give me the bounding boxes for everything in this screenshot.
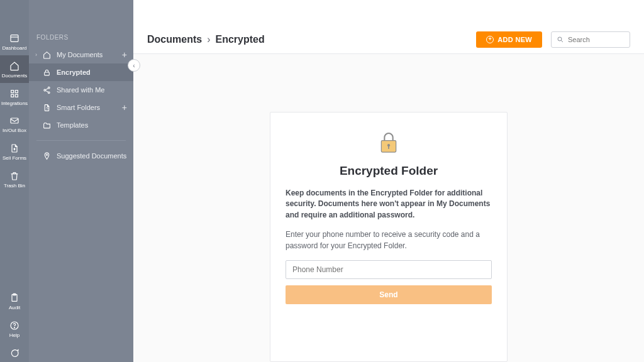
- add-new-button[interactable]: + ADD NEW: [476, 31, 542, 48]
- folder-label: Templates: [57, 121, 127, 129]
- chat-icon: [9, 348, 20, 359]
- nav-label: Sell Forms: [3, 156, 26, 162]
- home-icon: [9, 60, 20, 72]
- nav-sellforms[interactable]: Sell Forms: [0, 138, 29, 165]
- share-icon: [42, 85, 52, 95]
- svg-rect-19: [388, 146, 389, 149]
- chevron-right-icon: ›: [207, 34, 210, 45]
- nav-documents[interactable]: Documents: [0, 55, 29, 83]
- card-title: Encrypted Folder: [286, 164, 492, 178]
- folder-encrypted[interactable]: Encrypted: [29, 63, 133, 81]
- nav-label: Trash Bin: [4, 184, 25, 189]
- nav-dashboard[interactable]: Dashboard: [0, 28, 29, 55]
- svg-text:S: S: [46, 107, 48, 110]
- chevron-left-icon: ‹: [133, 62, 135, 69]
- svg-point-16: [558, 37, 562, 41]
- nav-help[interactable]: Help: [0, 315, 29, 343]
- card-desc-secondary: Enter your phone number to receive a sec…: [286, 229, 492, 251]
- encrypted-folder-card: Encrypted Folder Keep documents in the E…: [270, 112, 508, 362]
- card-desc-primary: Keep documents in the Encrypted Folder f…: [286, 188, 492, 221]
- nav-trash[interactable]: Trash Bin: [0, 165, 29, 193]
- svg-point-15: [46, 154, 47, 155]
- collapse-sidebar-button[interactable]: ‹: [128, 59, 140, 72]
- send-button[interactable]: Send: [286, 285, 492, 304]
- folder-label: Encrypted: [57, 69, 127, 76]
- dashboard-icon: [9, 33, 20, 44]
- template-icon: [42, 120, 52, 130]
- lock-illustration: [286, 130, 492, 155]
- folder-suggested[interactable]: Suggested Documents: [29, 147, 133, 165]
- trash-icon: [9, 170, 20, 182]
- search-field-wrap[interactable]: [551, 31, 630, 48]
- svg-rect-4: [15, 94, 18, 97]
- clipboard-icon: [9, 292, 20, 304]
- main-area: Documents › Encrypted + ADD NEW: [133, 0, 644, 362]
- content-area: Encrypted Folder Keep documents in the E…: [133, 54, 644, 362]
- chevron-right-icon: ›: [35, 52, 42, 58]
- help-icon: [9, 320, 20, 331]
- search-input[interactable]: [568, 36, 625, 43]
- svg-point-9: [14, 327, 14, 328]
- folder-templates[interactable]: Templates: [29, 116, 133, 134]
- svg-point-11: [48, 87, 50, 89]
- add-new-label: ADD NEW: [497, 36, 532, 43]
- search-icon: [557, 36, 564, 43]
- topbar: Documents › Encrypted + ADD NEW: [133, 0, 644, 54]
- nav-label: Integrations: [1, 101, 28, 107]
- add-folder-icon[interactable]: +: [122, 102, 127, 112]
- nav-label: Audit: [9, 305, 20, 311]
- add-folder-icon[interactable]: +: [122, 50, 127, 60]
- folder-my-documents[interactable]: › My Documents +: [29, 46, 133, 63]
- svg-point-12: [43, 89, 45, 91]
- folder-smart[interactable]: S Smart Folders +: [29, 99, 133, 116]
- folder-label: Shared with Me: [57, 86, 127, 94]
- svg-rect-2: [15, 90, 18, 92]
- pin-icon: [42, 151, 52, 161]
- nav-label: Documents: [2, 74, 27, 79]
- plus-circle-icon: +: [486, 36, 494, 43]
- svg-rect-3: [11, 94, 14, 97]
- nav-audit[interactable]: Audit: [0, 287, 29, 315]
- nav-feedback[interactable]: [0, 343, 29, 362]
- svg-point-13: [48, 91, 50, 93]
- breadcrumb-root[interactable]: Documents: [147, 34, 202, 45]
- folders-sidebar: FOLDERS › My Documents + Encrypted Share…: [29, 0, 133, 362]
- nav-inoutbox[interactable]: In/Out Box: [0, 110, 29, 138]
- breadcrumb: Documents › Encrypted: [147, 34, 265, 45]
- phone-number-input[interactable]: [286, 260, 492, 279]
- svg-rect-5: [11, 118, 18, 123]
- svg-rect-0: [11, 35, 18, 42]
- nav-label: In/Out Box: [3, 128, 26, 134]
- folder-shared[interactable]: Shared with Me: [29, 81, 133, 99]
- smart-folder-icon: S: [42, 102, 52, 112]
- divider: [36, 140, 126, 141]
- mail-icon: [9, 115, 20, 126]
- nav-label: Help: [9, 333, 19, 339]
- svg-rect-10: [44, 72, 49, 75]
- home-icon: [42, 50, 52, 60]
- folder-label: Suggested Documents: [57, 152, 127, 160]
- folders-heading: FOLDERS: [29, 28, 133, 46]
- breadcrumb-current: Encrypted: [215, 34, 264, 45]
- folder-label: Smart Folders: [57, 104, 122, 111]
- svg-rect-1: [11, 90, 14, 92]
- nav-label: Dashboard: [2, 46, 26, 52]
- folder-label: My Documents: [57, 51, 122, 58]
- primary-sidebar: Dashboard Documents Integrations In/Out …: [0, 0, 29, 362]
- file-dollar-icon: [9, 143, 20, 154]
- nav-integrations[interactable]: Integrations: [0, 83, 29, 111]
- apps-icon: [9, 88, 20, 99]
- lock-icon: [42, 67, 52, 77]
